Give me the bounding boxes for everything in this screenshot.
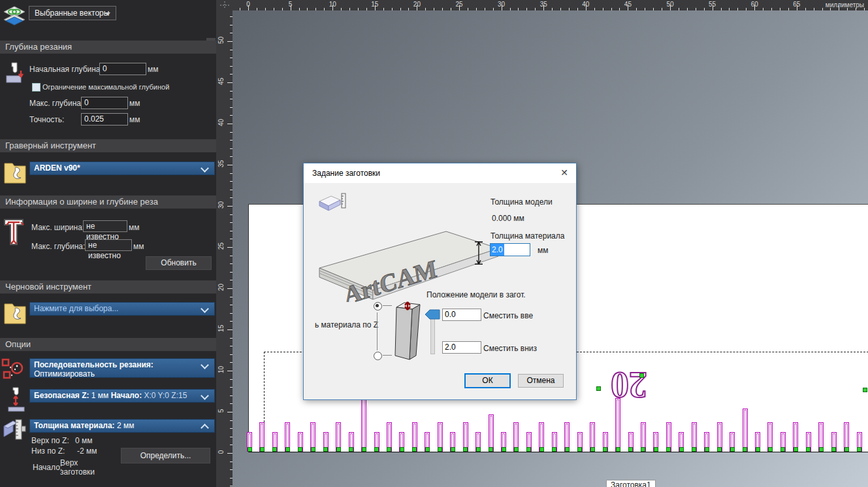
vector-node: [526, 447, 531, 452]
tolerance-label: Точность:: [29, 115, 64, 124]
section-header-engraving-tool: Граверный инструмент: [0, 139, 216, 152]
vector-node: [565, 447, 570, 452]
vector-node: [387, 447, 391, 452]
v-ruler-label: 20: [217, 282, 225, 293]
vector-node: [514, 447, 519, 452]
z-top-radio[interactable]: [374, 302, 382, 311]
z-offset-slider-handle[interactable]: [424, 309, 441, 320]
limit-depth-checkbox[interactable]: [32, 83, 40, 92]
chevron-down-icon: [201, 164, 209, 173]
v-ruler-tick: [227, 371, 233, 371]
vector-node: [539, 447, 544, 452]
h-ruler-label: 55: [707, 1, 718, 8]
h-ruler-label: 20: [411, 1, 422, 8]
vector-node: [425, 447, 430, 452]
vector-node: [780, 447, 785, 452]
vector-numeral: 20: [595, 364, 647, 406]
vector-node: [412, 447, 417, 452]
offset-up-input[interactable]: 0.0: [442, 309, 481, 321]
v-ruler-tick: [227, 206, 233, 207]
offset-down-input[interactable]: 2.0: [442, 341, 481, 354]
v-ruler-tick: [227, 412, 233, 412]
vector-tick: [361, 394, 366, 452]
tolerance-unit: мм: [129, 115, 140, 124]
safe-z-label: Безопасная Z:: [34, 391, 89, 400]
v-ruler-label: 35: [217, 159, 225, 169]
cut-sequence-title: Последовательность резания:: [34, 360, 210, 369]
engraving-tool-dropdown[interactable]: ARDEN v90*: [29, 161, 215, 175]
material-block-graphic: [394, 301, 424, 361]
section-title: Черновой инструмент: [5, 282, 91, 292]
material-thickness-unit: мм: [538, 246, 549, 255]
vector-node: [730, 447, 735, 452]
vector-node: [603, 447, 607, 452]
vector-tick: [615, 398, 620, 452]
section-header-roughing-tool: Черновой инструмент: [0, 280, 216, 294]
slab-thickness-icon: [317, 192, 348, 214]
roughing-tool-dropdown[interactable]: Нажмите для выбора...: [29, 302, 215, 316]
origin-label: Начало:: [33, 463, 62, 472]
section-header-cut-depth: Глубина резания: [0, 41, 216, 54]
h-ruler-label: 45: [622, 1, 633, 8]
vector-node: [285, 447, 290, 452]
vector-node: [272, 447, 277, 452]
vector-node: [806, 447, 811, 452]
tool-folder-icon: [4, 300, 26, 326]
vector-node: [641, 447, 645, 452]
v-ruler-label: 45: [217, 76, 225, 87]
h-ruler-label: 65: [792, 1, 802, 8]
max-depth-input[interactable]: 0: [81, 97, 128, 109]
offset-up-label: Сместить ввер: [483, 311, 533, 320]
model-position-label: Положение модели в загот.: [426, 290, 526, 299]
safe-z-bar[interactable]: Безопасная Z: 1 мм Начало: X:0 Y:0 Z:15: [29, 389, 215, 403]
start-depth-label: Начальная глубина:: [29, 65, 103, 74]
v-ruler-tick: [227, 288, 233, 289]
sheet-tab[interactable]: Заготовка1: [606, 480, 656, 487]
v-ruler-tick: [227, 82, 233, 83]
vector-node: [374, 447, 379, 452]
limit-depth-checkbox-label: Ограничение максимальной глубиной: [42, 83, 169, 91]
vector-node: [590, 447, 595, 452]
vector-node: [451, 447, 455, 452]
h-ruler-label: 10: [327, 1, 338, 8]
update-button[interactable]: Обновить: [146, 256, 212, 270]
section-header-options: Опции: [0, 338, 216, 351]
vector-node: [654, 447, 658, 452]
define-button[interactable]: Определить...: [121, 448, 210, 463]
start-depth-input[interactable]: 0: [99, 63, 146, 75]
vector-node: [502, 447, 506, 452]
model-thickness-value: 0.000 мм: [492, 214, 524, 223]
max-width-unit: мм: [129, 223, 140, 232]
vector-selector-dropdown[interactable]: Выбранные векторы: [29, 6, 116, 20]
h-ruler-label: 15: [370, 1, 380, 8]
vector-node: [260, 447, 265, 452]
bottom-z-label: Низ по Z:: [31, 446, 65, 456]
app-root: Выбранные векторы Глубина резания Началь…: [0, 0, 868, 487]
close-icon[interactable]: ✕: [560, 167, 568, 178]
dialog-titlebar[interactable]: Задание заготовки ✕: [304, 163, 576, 183]
cancel-button[interactable]: Отмена: [518, 374, 564, 388]
material-thickness-bar[interactable]: Толщина материала: 2 мм: [29, 419, 215, 433]
v-ruler-tick: [227, 453, 233, 454]
h-ruler-label: 5: [285, 1, 296, 8]
vector-selector-label: Выбранные векторы: [35, 8, 109, 18]
thickness-dimension-icon: [474, 241, 484, 265]
start-depth-icon: [5, 61, 26, 85]
dropdown-caret-icon: [105, 12, 110, 16]
section-title: Опции: [5, 339, 31, 349]
selected-text: 2.0: [490, 244, 504, 256]
cut-sequence-icon: [1, 358, 25, 379]
v-ruler-tick: [227, 124, 233, 124]
tolerance-input[interactable]: 0.025: [81, 113, 128, 126]
width-depth-icon: [3, 217, 25, 248]
material-thickness-input[interactable]: 2.0: [490, 243, 530, 256]
z-bottom-radio[interactable]: [374, 352, 382, 360]
vertical-ruler: 50454035302520151050: [216, 0, 233, 487]
model-thickness-label: Толщина модели: [490, 197, 553, 207]
v-ruler-label: 10: [217, 365, 225, 375]
ok-button[interactable]: ОК: [464, 373, 511, 388]
v-ruler-label: 5: [217, 406, 225, 416]
vector-node: [311, 447, 315, 452]
cut-sequence-bar[interactable]: Последовательность резания: Оптимизирова…: [29, 358, 215, 378]
radio-tick-bottom: [383, 355, 392, 356]
